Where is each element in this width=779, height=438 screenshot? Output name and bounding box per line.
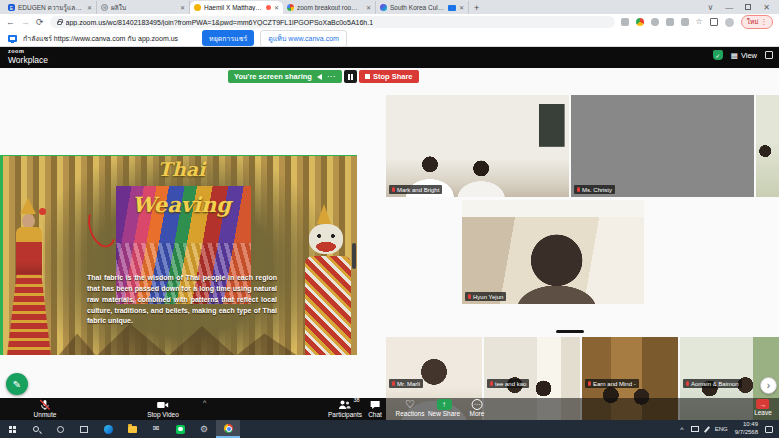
slide-body-text: Thai fabric is the wisdom of Thai people… [87,273,277,327]
dancer-body [16,227,42,277]
chrome-update-menu-button[interactable]: ใหม่ ⋮ [741,15,773,29]
clock[interactable]: 10:49 9/7/2568 [735,421,758,437]
tab-thai-site[interactable]: ⊕ ผลิใบ ✕ [97,1,190,14]
close-tab-icon[interactable]: ✕ [274,4,279,11]
reload-button[interactable]: ⟳ [36,17,44,27]
pen-tray-icon[interactable] [704,426,710,433]
audio-speaker-icon[interactable] [317,74,322,80]
line-app-button[interactable] [168,420,192,438]
google-favicon [287,4,294,11]
participants-button[interactable]: 38 Participants [328,399,362,419]
close-tab-icon[interactable]: ✕ [87,4,92,11]
chrome-icon [224,424,233,433]
dancer-crown [20,198,36,214]
pause-share-button[interactable] [344,70,357,83]
update-label: ใหม่ [747,17,759,27]
sharing-text: You're screen sharing [234,72,312,81]
tab-google-search[interactable]: zoom breakout rooms - ค้นหาด้... ✕ [283,1,376,14]
share-icon[interactable] [681,18,689,26]
tab-title: Haemil X Matthayom Watn... [204,4,263,11]
stop-video-button[interactable]: Stop Video [147,399,179,419]
view-button[interactable]: ▦View [731,51,757,60]
security-shield-icon[interactable]: ✓ [713,50,723,60]
hidden-icons-chevron[interactable]: ^ [680,426,683,433]
password-key-icon[interactable] [651,18,659,26]
unmute-button[interactable]: Unmute [34,399,57,419]
mail-icon: ✉ [153,425,160,433]
more-options-icon[interactable]: ⋯ [327,72,336,81]
video-tile-partial[interactable] [756,95,779,197]
dancer-flower [39,208,46,215]
search-button[interactable] [24,420,48,438]
close-tab-icon[interactable]: ✕ [366,4,371,11]
task-view-icon [80,426,88,433]
leave-button[interactable]: → Leave [754,399,772,417]
mic-muted-icon [39,399,51,411]
new-tab-button[interactable]: + [474,3,479,14]
muted-mic-icon [588,381,591,386]
notification-center-icon[interactable] [765,426,773,433]
profile-avatar[interactable] [725,18,734,27]
line-icon [176,425,185,434]
start-button[interactable] [0,420,24,438]
mail-button[interactable]: ✉ [144,420,168,438]
bookmark-star-icon[interactable]: ☆ [696,18,703,26]
participant-name-label: Hyun Yejun [465,292,506,301]
close-tab-icon[interactable]: ✕ [180,4,185,11]
address-bar[interactable]: app.zoom.us/wc/81402183495/join?fromPWA=… [50,16,615,28]
more-button[interactable]: ⋯ More [470,399,485,418]
reactions-button[interactable]: ♡ Reactions [396,399,425,418]
annotate-pencil-button[interactable]: ✎ [6,373,28,395]
file-explorer-button[interactable] [120,420,144,438]
next-videos-chevron-button[interactable]: › [760,377,777,394]
edge-button[interactable] [96,420,120,438]
tab-search-icon[interactable]: ∨ [707,3,713,12]
settings-button[interactable]: ⚙ [192,420,216,438]
tab-edugen[interactable]: E EDUGEN ความรู้และแบบฝึกหัดออนไลน์ ✕ [4,1,97,14]
task-view-button[interactable] [72,420,96,438]
stop-share-label: Stop Share [373,72,413,81]
browser-tab-strip: E EDUGEN ความรู้และแบบฝึกหัดออนไลน์ ✕ ⊕ … [0,0,779,14]
chat-button[interactable]: Chat [368,399,382,419]
new-share-button[interactable]: ↑ New Share [428,399,460,418]
language-indicator[interactable]: ENG [715,426,728,432]
mask-face [309,224,343,254]
side-panel-icon[interactable] [710,18,718,26]
display-tray-icon[interactable] [691,426,699,432]
dancer-skirt [7,274,51,355]
video-options-caret[interactable]: ^ [203,399,206,406]
tab-canva-shared[interactable]: South Korea Cultural Excha... ✕ [376,1,469,14]
tab-haemil-zoom-active[interactable]: Haemil X Matthayom Watn... ✕ [190,1,283,14]
minimize-button[interactable]: — [725,3,733,12]
camera-in-use-indicator [266,5,271,10]
stop-sharing-button[interactable]: หยุดการแชร์ [202,30,254,46]
edugen-favicon: E [8,4,15,11]
video-tile-hyun-yejun[interactable]: Hyun Yejun [462,200,644,304]
fullscreen-icon[interactable] [765,51,773,59]
muted-mic-icon [392,381,395,386]
windows-taskbar: ✉ ⚙ ^ ENG 10:49 9/7/2568 [0,420,779,438]
view-tab-button[interactable]: ดูแท็บ www.canva.com [260,30,347,47]
media-control-icon[interactable] [621,18,629,26]
video-tile-mark-and-bright[interactable]: Mark and Bright [386,95,569,197]
video-tile-ms-christy[interactable]: Ms. Christy [571,95,754,197]
screen-share-icon [8,35,17,42]
back-button[interactable]: ← [6,17,15,27]
tab-title: zoom breakout rooms - ค้นหาด้... [297,3,363,13]
translate-icon[interactable] [666,18,674,26]
maximize-button[interactable] [745,4,751,10]
tray-date: 9/7/2568 [735,429,758,437]
participant-name-label: Ms. Christy [574,185,615,194]
muted-mic-icon [577,187,580,192]
close-tab-icon[interactable]: ✕ [459,4,464,11]
edge-icon [104,425,113,434]
participant-name-label: tee and kao [487,379,529,388]
extension-icon[interactable] [636,18,644,26]
stop-share-button[interactable]: Stop Share [359,70,419,83]
chat-icon [369,399,381,411]
cortana-button[interactable] [48,420,72,438]
close-window-button[interactable]: ✕ [763,3,770,12]
video-panel-drag-handle[interactable] [556,330,584,333]
forward-button[interactable]: → [21,17,30,27]
chrome-button[interactable] [216,420,240,438]
